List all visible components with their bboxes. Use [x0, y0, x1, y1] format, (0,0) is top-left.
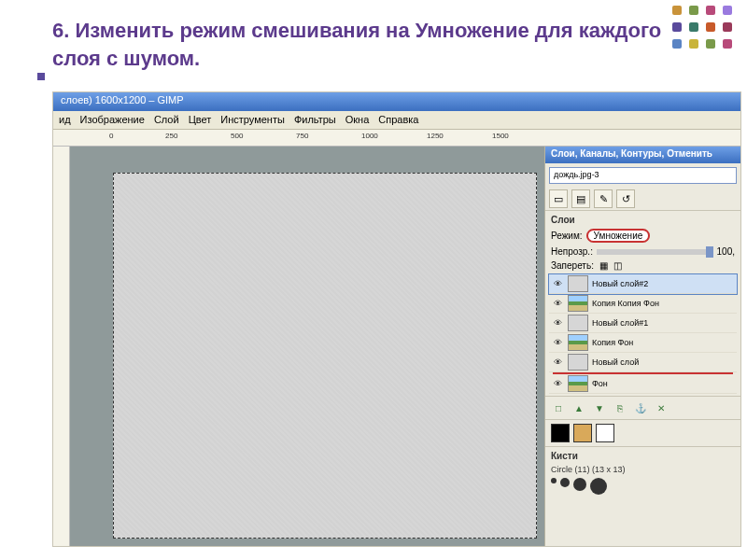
color-swatches [545, 419, 740, 446]
raise-layer-button[interactable]: ▲ [571, 400, 586, 415]
brushes-panel-label: Кисти [545, 446, 740, 463]
dock-tabs: ▭ ▤ ✎ ↺ [545, 188, 740, 210]
visibility-toggle-icon[interactable]: 👁 [551, 279, 564, 288]
opacity-value: 100, [717, 246, 735, 257]
opacity-slider[interactable] [597, 249, 713, 255]
menu-item[interactable]: ид [59, 114, 71, 126]
layers-dock: Слои, Каналы, Контуры, Отменить дождь.jp… [544, 147, 740, 546]
menu-item[interactable]: Изображение [80, 114, 145, 126]
blend-mode-label: Режим: [551, 231, 583, 241]
visibility-toggle-icon[interactable]: 👁 [551, 338, 564, 347]
brush-info: Circle (11) (13 x 13) [545, 463, 740, 476]
new-layer-button[interactable]: □ [551, 400, 566, 415]
brush-preset[interactable] [590, 478, 607, 495]
horizontal-ruler: 0 250 500 750 1000 1250 1500 [53, 130, 740, 147]
slide-title: 6. Изменить режим смешивания на Умножени… [0, 0, 747, 79]
brush-preset[interactable] [573, 478, 586, 491]
layers-panel-label: Слои [545, 210, 740, 227]
layer-name[interactable]: Копия Фон [592, 338, 735, 347]
layer-actions: □ ▲ ▼ ⎘ ⚓ ✕ [545, 396, 740, 419]
visibility-toggle-icon[interactable]: 👁 [551, 299, 564, 308]
swatch[interactable] [596, 424, 614, 442]
layer-name[interactable]: Новый слой#2 [592, 279, 735, 288]
gimp-window: слоев) 1600x1200 – GIMP ид Изображение С… [52, 91, 741, 547]
menu-item[interactable]: Справка [378, 114, 418, 126]
bullet-icon [37, 73, 45, 80]
lock-pixels-icon[interactable]: ▦ [599, 260, 608, 271]
lock-alpha-icon[interactable]: ◫ [613, 260, 622, 271]
layer-thumbnail [568, 315, 588, 331]
swatch[interactable] [551, 424, 570, 442]
layer-thumbnail [568, 375, 588, 392]
slide-decoration-dots [672, 6, 734, 50]
visibility-toggle-icon[interactable]: 👁 [551, 318, 564, 328]
layer-item[interactable]: 👁 Копия Фон [549, 333, 737, 353]
tab-paths-icon[interactable]: ✎ [594, 189, 613, 208]
layer-thumbnail [568, 275, 588, 292]
canvas-area[interactable] [53, 147, 544, 546]
layer-item[interactable]: 👁 Копия Копия Фон [549, 294, 737, 314]
image-selector[interactable]: дождь.jpg-3 [549, 167, 737, 184]
layer-item[interactable]: 👁 Фон [549, 374, 737, 394]
tab-layers-icon[interactable]: ▭ [549, 189, 568, 208]
opacity-label: Непрозр.: [551, 246, 593, 257]
layer-name[interactable]: Копия Копия Фон [592, 299, 735, 308]
vertical-ruler [53, 147, 70, 546]
menu-item[interactable]: Фильтры [294, 114, 336, 126]
layers-list: 👁 Новый слой#2 👁 Копия Копия Фон 👁 Новый… [545, 273, 740, 396]
lock-label: Запереть: [551, 260, 594, 271]
menu-item[interactable]: Окна [345, 114, 370, 126]
canvas[interactable] [113, 173, 537, 539]
layer-name[interactable]: Фон [592, 379, 735, 388]
brush-preset[interactable] [560, 478, 570, 487]
layer-item[interactable]: 👁 Новый слой [549, 353, 737, 372]
visibility-toggle-icon[interactable]: 👁 [551, 379, 564, 388]
menu-item[interactable]: Инструменты [220, 114, 285, 126]
layer-name[interactable]: Новый слой [592, 357, 735, 367]
delete-layer-button[interactable]: ✕ [654, 400, 669, 415]
brush-preset[interactable] [551, 478, 557, 483]
visibility-toggle-icon[interactable]: 👁 [551, 357, 564, 367]
layer-thumbnail [568, 295, 588, 312]
window-titlebar: слоев) 1600x1200 – GIMP [53, 92, 740, 111]
lower-layer-button[interactable]: ▼ [592, 400, 607, 415]
layer-thumbnail [568, 354, 588, 371]
dock-title: Слои, Каналы, Контуры, Отменить [545, 147, 740, 163]
anchor-layer-button[interactable]: ⚓ [633, 400, 648, 415]
blend-mode-dropdown[interactable]: Умножение [586, 229, 651, 243]
layer-thumbnail [568, 334, 588, 351]
menubar[interactable]: ид Изображение Слой Цвет Инструменты Фил… [53, 111, 740, 130]
tab-channels-icon[interactable]: ▤ [571, 189, 590, 208]
tab-undo-icon[interactable]: ↺ [616, 189, 635, 208]
menu-item[interactable]: Слой [154, 114, 179, 126]
layer-item[interactable]: 👁 Новый слой#2 [549, 274, 737, 294]
layer-name[interactable]: Новый слой#1 [592, 318, 735, 328]
brush-list [545, 476, 740, 497]
layer-item[interactable]: 👁 Новый слой#1 [549, 314, 737, 333]
menu-item[interactable]: Цвет [189, 114, 212, 126]
duplicate-layer-button[interactable]: ⎘ [613, 400, 627, 415]
swatch[interactable] [573, 424, 592, 442]
